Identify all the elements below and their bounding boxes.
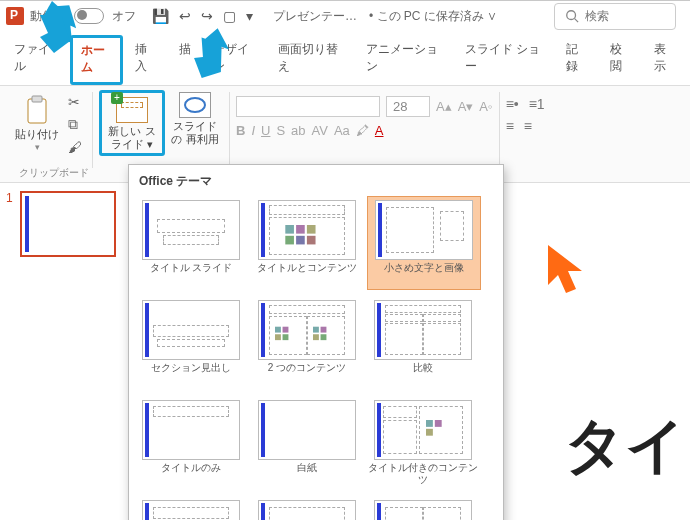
new-slide-layout-dropdown: Office テーマ タイトル スライドタイトルとコンテンツ小さめ文字と画像セク…: [128, 164, 504, 520]
underline-icon[interactable]: U: [261, 123, 270, 138]
svg-rect-10: [285, 236, 294, 245]
save-status[interactable]: • この PC に保存済み ∨: [369, 8, 497, 25]
thumbnail-row[interactable]: 1: [6, 191, 126, 257]
slide-thumbnail-1[interactable]: [20, 191, 116, 257]
layout-thumb: [258, 500, 356, 520]
tab-transitions[interactable]: 画面切り替え: [268, 35, 354, 85]
tab-insert[interactable]: 挿入: [125, 35, 167, 85]
group-separator-2: [229, 92, 230, 168]
cut-icon[interactable]: ✂: [68, 94, 82, 110]
slide-thumbnails-pane[interactable]: 1: [0, 183, 133, 520]
highlight-icon[interactable]: 🖍: [356, 123, 369, 138]
font-group: 28 A▴ A▾ A◦ B I U S ab AV Aa 🖍 A: [236, 96, 493, 138]
quick-access-toolbar: 💾 ↩ ↪ ▢ ▾: [152, 8, 253, 24]
layout-label: タイトルとコンテンツ: [257, 262, 357, 286]
layout-label: セクション見出し: [151, 362, 231, 386]
reuse-slides-icon: [179, 92, 211, 118]
layout-option-10[interactable]: [251, 496, 363, 520]
shadow-icon[interactable]: ab: [291, 123, 305, 138]
svg-rect-20: [321, 335, 327, 341]
layout-option-4[interactable]: 2 つのコンテンツ: [251, 296, 363, 390]
svg-rect-18: [321, 327, 327, 333]
spacing-icon[interactable]: AV: [312, 123, 328, 138]
layout-option-3[interactable]: セクション見出し: [135, 296, 247, 390]
svg-marker-24: [548, 245, 582, 293]
layout-thumb: [258, 400, 356, 460]
annotation-arrow-newslide: [184, 27, 234, 83]
change-case-icon[interactable]: Aa: [334, 123, 350, 138]
layout-option-7[interactable]: 白紙: [251, 396, 363, 490]
present-icon[interactable]: ▢: [223, 8, 236, 24]
layout-option-8[interactable]: タイトル付きのコンテンツ: [367, 396, 479, 490]
layout-option-2[interactable]: 小さめ文字と画像: [367, 196, 481, 290]
svg-rect-12: [307, 236, 316, 245]
tab-review[interactable]: 校閲: [600, 35, 642, 85]
layout-option-9[interactable]: [135, 496, 247, 520]
svg-rect-17: [313, 327, 319, 333]
paragraph-group: ≡• ≡1 ≡ ≡: [506, 96, 545, 134]
increase-font-icon[interactable]: A▴: [436, 99, 452, 114]
new-slide-button[interactable]: + 新しい スライド ▾: [104, 95, 160, 153]
layout-option-6[interactable]: タイトルのみ: [135, 396, 247, 490]
reuse-slides-label: スライドの 再利用: [169, 120, 221, 146]
title-bar: 動保存 オフ 💾 ↩ ↪ ▢ ▾ プレゼンテー… • この PC に保存済み ∨…: [0, 1, 690, 31]
align-center-icon[interactable]: ≡: [524, 118, 532, 134]
svg-rect-21: [426, 420, 433, 427]
paste-label: 貼り付け: [15, 127, 59, 142]
autosave-state: オフ: [112, 8, 136, 25]
numbering-icon[interactable]: ≡1: [529, 96, 545, 112]
copy-icon[interactable]: ⧉: [68, 116, 82, 133]
strikethrough-icon[interactable]: S: [276, 123, 285, 138]
svg-rect-15: [275, 335, 281, 341]
highlight-box-newslide: + 新しい スライド ▾: [99, 90, 165, 156]
title-placeholder-text[interactable]: タイ: [564, 406, 686, 487]
qat-dropdown-icon[interactable]: ▾: [246, 8, 253, 24]
format-painter-icon[interactable]: 🖌: [68, 139, 82, 155]
document-name: プレゼンテー…: [273, 8, 357, 25]
svg-rect-9: [307, 225, 316, 234]
layout-thumb: [258, 200, 356, 260]
tab-animations[interactable]: アニメーション: [356, 35, 453, 85]
clipboard-group: 貼り付け ▾ ✂ ⧉ 🖌: [6, 90, 86, 157]
layout-label: 白紙: [297, 462, 317, 486]
align-left-icon[interactable]: ≡: [506, 118, 514, 134]
tab-view[interactable]: 表示: [644, 35, 686, 85]
clipboard-icon: [24, 95, 50, 125]
layout-gallery: タイトル スライドタイトルとコンテンツ小さめ文字と画像セクション見出し2 つのコ…: [135, 196, 497, 520]
font-family-select[interactable]: [236, 96, 380, 117]
layout-option-11[interactable]: [367, 496, 479, 520]
clear-format-icon[interactable]: A◦: [479, 99, 492, 114]
layout-thumb: [374, 400, 472, 460]
svg-marker-2: [189, 27, 234, 83]
tab-slideshow[interactable]: スライド ショー: [455, 35, 555, 85]
svg-rect-11: [296, 236, 305, 245]
layout-option-1[interactable]: タイトルとコンテンツ: [251, 196, 363, 290]
reuse-slides-button[interactable]: スライドの 再利用: [167, 90, 223, 148]
layout-thumb: [374, 300, 472, 360]
decrease-font-icon[interactable]: A▾: [458, 99, 474, 114]
paste-button[interactable]: 貼り付け ▾: [10, 90, 64, 157]
redo-icon[interactable]: ↪: [201, 8, 213, 24]
font-size-select[interactable]: 28: [386, 96, 430, 117]
bullets-icon[interactable]: ≡•: [506, 96, 519, 112]
font-color-icon[interactable]: A: [375, 123, 384, 138]
search-box[interactable]: 検索: [554, 3, 676, 30]
clipboard-group-label: クリップボード: [0, 166, 108, 180]
bold-icon[interactable]: B: [236, 123, 245, 138]
svg-rect-5: [28, 99, 46, 123]
svg-rect-13: [275, 327, 281, 333]
layout-thumb: [142, 400, 240, 460]
layout-option-5[interactable]: 比較: [367, 296, 479, 390]
tab-record[interactable]: 記録: [556, 35, 598, 85]
powerpoint-app-icon: [6, 7, 24, 25]
annotation-cursor-icon: [546, 243, 592, 299]
layout-option-0[interactable]: タイトル スライド: [135, 196, 247, 290]
tab-home[interactable]: ホーム: [75, 40, 118, 78]
italic-icon[interactable]: I: [251, 123, 255, 138]
layout-label: タイトル付きのコンテンツ: [367, 462, 479, 486]
save-icon[interactable]: 💾: [152, 8, 169, 24]
autosave-toggle[interactable]: [74, 8, 104, 24]
undo-icon[interactable]: ↩: [179, 8, 191, 24]
layout-thumb: [142, 200, 240, 260]
app-window: 動保存 オフ 💾 ↩ ↪ ▢ ▾ プレゼンテー… • この PC に保存済み ∨…: [0, 0, 690, 520]
